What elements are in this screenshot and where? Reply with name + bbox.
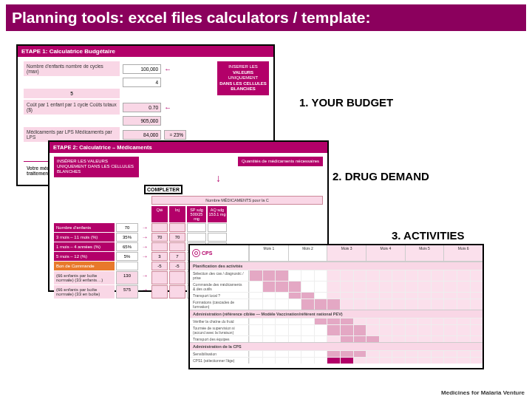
arrow-down-icon: ↓	[216, 172, 221, 184]
budget-side-note: INSERER LES VALEURS UNIQUEMENT DANS LES …	[217, 61, 269, 95]
activities-row: Sélection des cas / diagnostic / prise	[190, 270, 482, 281]
label-activities: 3. ACTIVITIES	[392, 229, 465, 242]
drug-box-qty: Quantités de médicaments nécessaires	[238, 157, 323, 166]
activities-row: Vérifier la chaîne du froid	[190, 318, 482, 324]
arrow-right-icon: →	[140, 252, 150, 261]
budget-row-cost: Coût par 1 enfant par 1 cycle Coûts tota…	[24, 100, 267, 115]
activities-row: Transport local ?	[190, 292, 482, 299]
drug-box-insert: INSÉRER LES VALEURS UNIQUEMENT DANS LES …	[54, 157, 139, 177]
slide-title: Planning tools: excel files calculators …	[12, 9, 370, 26]
month-column: Mois 4	[366, 245, 405, 261]
arrow-right-icon: →	[140, 223, 150, 232]
label-budget: 1. YOUR BUDGET	[299, 96, 393, 109]
arrow-right-icon: →	[140, 285, 150, 299]
activities-section: Planification des activités	[190, 262, 482, 270]
slide-title-bar: Planning tools: excel files calculators …	[6, 4, 526, 31]
arrow-right-icon: →	[140, 242, 150, 251]
drug-header: ETAPE 2: Calculatrice – Médicaments	[50, 142, 327, 153]
budget-row-total: 905,000	[24, 116, 267, 126]
activities-header: CPS Mois 1Mois 2Mois 3Mois 4Mois 5Mois 6	[190, 245, 482, 262]
month-column: Mois 6	[443, 245, 482, 261]
activities-row: CPS1 (sélectionner l'âge)	[190, 357, 482, 364]
activities-row: Commande des médicaments & des outils	[190, 281, 482, 292]
activities-row: Tournée de supervision si (accord avec l…	[190, 324, 482, 335]
cps-logo: CPS	[190, 245, 249, 261]
arrow-right-icon	[140, 262, 150, 270]
activities-row: Sensibilisation	[190, 350, 482, 357]
label-drug-demand: 2. DRUG DEMAND	[332, 170, 429, 183]
month-column: Mois 3	[327, 245, 366, 261]
drug-completer: COMPLETER	[144, 185, 183, 194]
month-column: Mois 5	[405, 245, 444, 261]
footer-brand: Medicines for Malaria Venture	[441, 389, 525, 396]
activities-row: Formations (cascades de formation)	[190, 299, 482, 310]
drug-table-header: Nombre MÉDICAMENTS pour la C	[50, 196, 327, 205]
arrow-right-icon: →	[140, 233, 150, 242]
activities-card: CPS Mois 1Mois 2Mois 3Mois 4Mois 5Mois 6…	[188, 244, 484, 369]
month-column: Mois 2	[288, 245, 327, 261]
arrow-left-icon: ←	[164, 103, 171, 112]
arrow-right-icon: →	[140, 271, 150, 284]
budget-header: ETAPE 1: Calculatrice Budgétaire	[18, 46, 273, 57]
logo-circle-icon	[192, 249, 200, 257]
month-column: Mois 1	[249, 245, 288, 261]
arrow-left-icon: ←	[164, 65, 171, 73]
activities-row: Transport des équipes	[190, 335, 482, 342]
activities-section: Administration de la CPS	[190, 342, 482, 350]
activities-section: Administration (référence ciblée — Modèl…	[190, 310, 482, 318]
drug-table-row: Nombre d'enfants70→	[54, 223, 323, 232]
drug-table-row: 3 mois – 11 mois (%)35%→7070	[54, 233, 323, 242]
budget-row-meds1: Médicaments par LPS Médicaments par LPS …	[24, 127, 267, 142]
